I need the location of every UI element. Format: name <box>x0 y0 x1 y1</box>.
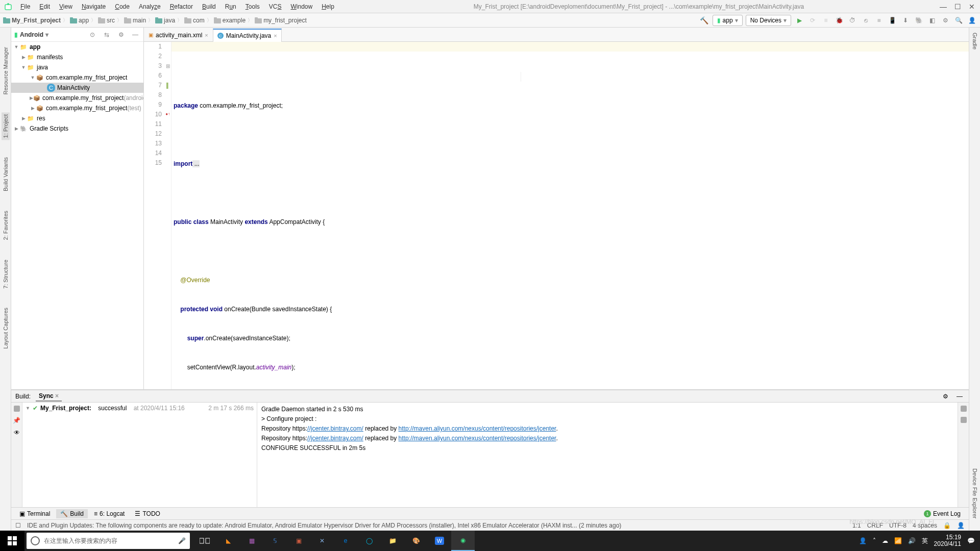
wrap-icon[interactable] <box>961 406 967 412</box>
avd-manager-icon[interactable]: 📱 <box>887 15 897 26</box>
status-man-icon[interactable]: 👤 <box>957 522 965 529</box>
tray-notifications-icon[interactable]: 💬 <box>967 537 975 544</box>
btab-event-log[interactable]: 1 Event Log <box>920 509 965 518</box>
rail-gradle[interactable]: Gradle <box>971 31 979 52</box>
task-app-1[interactable]: ◣ <box>216 531 240 551</box>
make-project-icon[interactable]: 🔨 <box>699 15 709 26</box>
menu-window[interactable]: Window <box>286 2 316 12</box>
rail-layout-captures[interactable]: Layout Captures <box>2 306 10 351</box>
rail-resource-manager[interactable]: Resource Manager <box>2 45 10 97</box>
mic-icon[interactable]: 🎤 <box>178 537 186 544</box>
breadcrumb-item[interactable]: My_Frist_project <box>3 17 61 24</box>
tray-cloud-icon[interactable]: ☁ <box>882 537 888 544</box>
build-output[interactable]: Gradle Daemon started in 2 s 530 ms > Co… <box>257 403 958 507</box>
task-app-7[interactable]: W <box>428 531 451 551</box>
run-icon[interactable]: ▶ <box>794 15 804 26</box>
build-settings-icon[interactable]: ⚙ <box>940 391 950 402</box>
run-config-dropdown[interactable]: ▮app▾ <box>713 15 743 26</box>
tree-res[interactable]: ▶📁res <box>11 113 143 123</box>
task-explorer[interactable]: 📁 <box>381 531 404 551</box>
device-dropdown[interactable]: No Devices▾ <box>746 15 791 26</box>
tray-people-icon[interactable]: 👤 <box>859 537 867 544</box>
menu-help[interactable]: Help <box>317 2 338 12</box>
eye-icon[interactable]: 👁 <box>14 429 20 436</box>
maximize-button[interactable]: ☐ <box>953 3 962 11</box>
status-icon[interactable]: ☐ <box>15 522 21 529</box>
tree-main-activity[interactable]: CMainActivity <box>11 83 143 93</box>
close-tab-icon[interactable]: × <box>205 32 208 38</box>
breadcrumb-item[interactable]: my_frist_project <box>255 17 307 24</box>
build-tree[interactable]: ▼ ✔ My_Frist_project: successful at 2020… <box>22 403 257 507</box>
btab-terminal[interactable]: ▣ Terminal <box>15 509 54 518</box>
project-view-selector[interactable]: ▮Android ▾ <box>14 31 48 38</box>
rail-favorites[interactable]: 2: Favorites <box>2 209 10 242</box>
project-tree[interactable]: ▼📁app ▶📁manifests ▼📁java ▼📦com.example.m… <box>11 42 143 389</box>
hide-pane-icon[interactable]: — <box>130 30 140 40</box>
link-jcenter[interactable]: //jcenter.bintray.com/ <box>307 425 363 432</box>
menu-code[interactable]: Code <box>111 2 134 12</box>
rail-project[interactable]: 1: Project <box>2 112 10 140</box>
menu-navigate[interactable]: Navigate <box>78 2 110 12</box>
tree-manifests[interactable]: ▶📁manifests <box>11 52 143 62</box>
sync-icon[interactable]: 🐘 <box>914 15 924 26</box>
link-aliyun[interactable]: http://maven.aliyun.com/nexus/content/re… <box>399 435 556 442</box>
link-jcenter[interactable]: //jcenter.bintray.com/ <box>307 435 363 442</box>
start-button[interactable] <box>0 531 24 551</box>
profiler-icon[interactable]: ⏱ <box>847 15 857 26</box>
code-area[interactable]: package com.example.my_frist_project; im… <box>172 42 969 389</box>
btab-build[interactable]: 🔨 Build <box>56 509 88 518</box>
build-hide-icon[interactable]: — <box>954 391 965 402</box>
tree-gradle[interactable]: ▶🐘Gradle Scripts <box>11 123 143 134</box>
collapse-icon[interactable]: ⇆ <box>102 30 112 40</box>
breadcrumb-item[interactable]: com <box>184 17 205 24</box>
link-aliyun[interactable]: http://maven.aliyun.com/nexus/content/re… <box>399 425 556 432</box>
breadcrumb-item[interactable]: main <box>124 17 146 24</box>
minimize-button[interactable]: — <box>939 3 947 11</box>
task-app-2[interactable]: ▦ <box>240 531 263 551</box>
breadcrumb-item[interactable]: java <box>155 17 175 24</box>
close-button[interactable]: ✕ <box>968 3 976 11</box>
rail-build-variants[interactable]: Build Variants <box>2 155 10 193</box>
task-app-3[interactable]: 𝕊 <box>263 531 287 551</box>
task-app-4[interactable]: ▣ <box>287 531 310 551</box>
menu-tools[interactable]: Tools <box>241 2 264 12</box>
apply-changes-icon[interactable]: ⟳ <box>807 15 818 26</box>
tray-ime-icon[interactable]: 英 <box>922 537 928 545</box>
rail-structure[interactable]: 7: Structure <box>2 258 10 291</box>
menu-analyze[interactable]: Analyze <box>135 2 165 12</box>
menu-view[interactable]: View <box>55 2 77 12</box>
tray-clock[interactable]: 15:192020/4/11 <box>934 534 961 547</box>
taskbar-search[interactable]: 在这里输入你要搜索的内容 🎤 <box>27 533 190 549</box>
menu-edit[interactable]: Edit <box>35 2 54 12</box>
locate-file-icon[interactable]: ⊙ <box>87 30 97 40</box>
user-icon[interactable]: 👤 <box>967 15 977 26</box>
apply-code-icon[interactable]: ≡ <box>821 15 831 26</box>
menu-vcs[interactable]: VCS <box>265 2 286 12</box>
structure-icon[interactable]: ⚙ <box>940 15 950 26</box>
tray-volume-icon[interactable]: 🔊 <box>908 537 916 544</box>
scroll-icon[interactable] <box>961 417 967 423</box>
filter-icon[interactable] <box>14 406 20 412</box>
task-paint[interactable]: 🎨 <box>404 531 428 551</box>
stop-icon[interactable]: ■ <box>874 15 884 26</box>
tray-chevron-icon[interactable]: ˄ <box>873 537 876 544</box>
breadcrumb-item[interactable]: app <box>70 17 89 24</box>
tab-main-activity[interactable]: CMainActivity.java× <box>213 29 282 42</box>
btab-todo[interactable]: ☰ TODO <box>131 509 164 518</box>
menu-refactor[interactable]: Refactor <box>166 2 197 12</box>
breadcrumb-item[interactable]: src <box>98 17 115 24</box>
menu-run[interactable]: Run <box>221 2 240 12</box>
tree-pkg1[interactable]: ▼📦com.example.my_frist_project <box>11 72 143 83</box>
rail-device-explorer[interactable]: Device File Explorer <box>971 466 979 520</box>
tab-activity-main[interactable]: ▣activity_main.xml× <box>144 28 213 41</box>
lint-icon[interactable]: ◧ <box>927 15 937 26</box>
task-view-icon[interactable] <box>193 531 216 551</box>
breadcrumb-item[interactable]: example <box>214 17 246 24</box>
tree-pkg2[interactable]: ▶📦com.example.my_frist_project (androidT… <box>11 93 143 103</box>
editor-body[interactable]: 123⊞6 7▌8 910●↑ 1112131415 package com.e… <box>144 42 969 389</box>
task-app-5[interactable]: ✕ <box>310 531 334 551</box>
task-app-6[interactable]: ◯ <box>357 531 381 551</box>
tree-app[interactable]: ▼📁app <box>11 42 143 52</box>
attach-debugger-icon[interactable]: ⎋ <box>861 15 871 26</box>
sdk-manager-icon[interactable]: ⬇ <box>900 15 911 26</box>
